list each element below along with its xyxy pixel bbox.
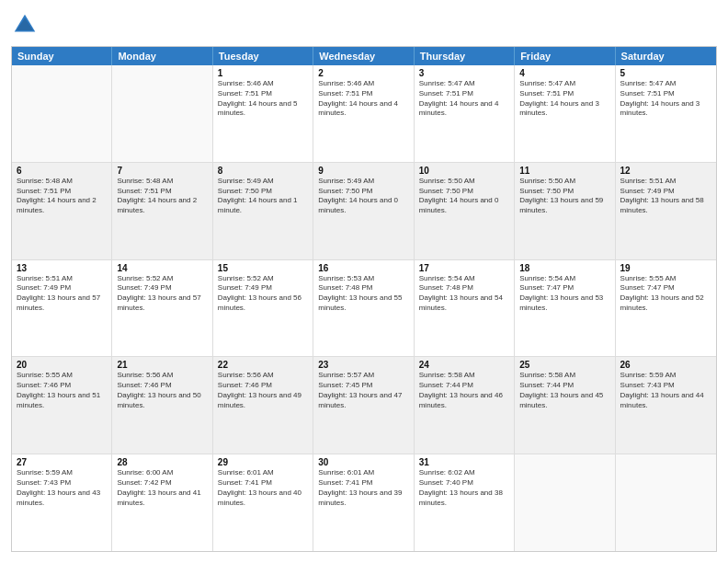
cell-info: Sunrise: 5:46 AM Sunset: 7:51 PM Dayligh…: [318, 79, 408, 119]
calendar-cell-1-2: 8Sunrise: 5:49 AM Sunset: 7:50 PM Daylig…: [213, 163, 313, 259]
day-number: 25: [519, 360, 609, 370]
cell-info: Sunrise: 5:50 AM Sunset: 7:50 PM Dayligh…: [419, 177, 509, 216]
calendar-row-0: 1Sunrise: 5:46 AM Sunset: 7:51 PM Daylig…: [12, 65, 716, 163]
calendar-cell-0-1: [112, 65, 212, 162]
calendar-cell-4-6: [616, 454, 716, 551]
day-number: 8: [218, 166, 308, 176]
weekday-header-monday: Monday: [112, 47, 212, 65]
calendar-cell-4-4: 31Sunrise: 6:02 AM Sunset: 7:40 PM Dayli…: [415, 454, 515, 551]
day-number: 9: [318, 166, 408, 176]
cell-info: Sunrise: 5:48 AM Sunset: 7:51 PM Dayligh…: [17, 177, 107, 216]
cell-info: Sunrise: 5:46 AM Sunset: 7:51 PM Dayligh…: [218, 79, 308, 119]
day-number: 29: [218, 457, 308, 467]
calendar-cell-1-6: 12Sunrise: 5:51 AM Sunset: 7:49 PM Dayli…: [616, 163, 716, 259]
day-number: 11: [519, 166, 609, 176]
cell-info: Sunrise: 5:54 AM Sunset: 7:48 PM Dayligh…: [419, 274, 509, 314]
calendar-row-3: 20Sunrise: 5:55 AM Sunset: 7:46 PM Dayli…: [12, 357, 716, 454]
cell-info: Sunrise: 5:51 AM Sunset: 7:49 PM Dayligh…: [17, 274, 107, 314]
calendar-cell-4-1: 28Sunrise: 6:00 AM Sunset: 7:42 PM Dayli…: [112, 454, 212, 551]
calendar-cell-3-5: 25Sunrise: 5:58 AM Sunset: 7:44 PM Dayli…: [515, 357, 615, 454]
cell-info: Sunrise: 5:49 AM Sunset: 7:50 PM Dayligh…: [318, 177, 408, 216]
cell-info: Sunrise: 5:55 AM Sunset: 7:46 PM Dayligh…: [17, 371, 107, 410]
cell-info: Sunrise: 6:01 AM Sunset: 7:41 PM Dayligh…: [218, 468, 308, 508]
cell-info: Sunrise: 5:58 AM Sunset: 7:44 PM Dayligh…: [519, 371, 609, 410]
cell-info: Sunrise: 5:59 AM Sunset: 7:43 PM Dayligh…: [17, 468, 107, 508]
cell-info: Sunrise: 5:47 AM Sunset: 7:51 PM Dayligh…: [419, 79, 509, 119]
day-number: 17: [419, 263, 509, 273]
calendar-cell-0-5: 4Sunrise: 5:47 AM Sunset: 7:51 PM Daylig…: [515, 65, 615, 162]
cell-info: Sunrise: 5:57 AM Sunset: 7:45 PM Dayligh…: [318, 371, 408, 410]
calendar-cell-0-3: 2Sunrise: 5:46 AM Sunset: 7:51 PM Daylig…: [313, 65, 414, 162]
cell-info: Sunrise: 5:56 AM Sunset: 7:46 PM Dayligh…: [218, 371, 308, 410]
day-number: 30: [318, 457, 408, 467]
cell-info: Sunrise: 5:51 AM Sunset: 7:49 PM Dayligh…: [620, 177, 711, 216]
calendar-cell-0-2: 1Sunrise: 5:46 AM Sunset: 7:51 PM Daylig…: [213, 65, 313, 162]
calendar-cell-3-0: 20Sunrise: 5:55 AM Sunset: 7:46 PM Dayli…: [12, 357, 112, 454]
calendar-row-4: 27Sunrise: 5:59 AM Sunset: 7:43 PM Dayli…: [12, 454, 716, 551]
day-number: 23: [318, 360, 408, 370]
calendar-cell-3-6: 26Sunrise: 5:59 AM Sunset: 7:43 PM Dayli…: [616, 357, 716, 454]
day-number: 21: [117, 360, 207, 370]
cell-info: Sunrise: 5:49 AM Sunset: 7:50 PM Dayligh…: [218, 177, 308, 216]
cell-info: Sunrise: 6:01 AM Sunset: 7:41 PM Dayligh…: [318, 468, 408, 508]
calendar-cell-1-4: 10Sunrise: 5:50 AM Sunset: 7:50 PM Dayli…: [415, 163, 515, 259]
calendar-cell-4-2: 29Sunrise: 6:01 AM Sunset: 7:41 PM Dayli…: [213, 454, 313, 551]
calendar-cell-3-4: 24Sunrise: 5:58 AM Sunset: 7:44 PM Dayli…: [415, 357, 515, 454]
cell-info: Sunrise: 5:55 AM Sunset: 7:47 PM Dayligh…: [620, 274, 711, 314]
calendar-cell-0-0: [12, 65, 112, 162]
calendar-cell-4-5: [515, 454, 615, 551]
cell-info: Sunrise: 5:52 AM Sunset: 7:49 PM Dayligh…: [218, 274, 308, 314]
day-number: 14: [117, 263, 207, 273]
calendar-cell-0-4: 3Sunrise: 5:47 AM Sunset: 7:51 PM Daylig…: [415, 65, 515, 162]
day-number: 20: [17, 360, 107, 370]
day-number: 19: [620, 263, 711, 273]
day-number: 10: [419, 166, 509, 176]
weekday-header-friday: Friday: [515, 47, 615, 65]
calendar-cell-0-6: 5Sunrise: 5:47 AM Sunset: 7:51 PM Daylig…: [616, 65, 716, 162]
day-number: 3: [419, 68, 509, 78]
calendar-cell-2-3: 16Sunrise: 5:53 AM Sunset: 7:48 PM Dayli…: [313, 260, 414, 357]
calendar-body: 1Sunrise: 5:46 AM Sunset: 7:51 PM Daylig…: [12, 65, 716, 551]
calendar-cell-4-0: 27Sunrise: 5:59 AM Sunset: 7:43 PM Dayli…: [12, 454, 112, 551]
cell-info: Sunrise: 5:54 AM Sunset: 7:47 PM Dayligh…: [519, 274, 609, 314]
cell-info: Sunrise: 5:47 AM Sunset: 7:51 PM Dayligh…: [519, 79, 609, 119]
calendar-cell-1-5: 11Sunrise: 5:50 AM Sunset: 7:50 PM Dayli…: [515, 163, 615, 259]
day-number: 18: [519, 263, 609, 273]
calendar-cell-4-3: 30Sunrise: 6:01 AM Sunset: 7:41 PM Dayli…: [313, 454, 414, 551]
day-number: 31: [419, 457, 509, 467]
calendar-cell-1-1: 7Sunrise: 5:48 AM Sunset: 7:51 PM Daylig…: [112, 163, 212, 259]
day-number: 26: [620, 360, 711, 370]
calendar-row-1: 6Sunrise: 5:48 AM Sunset: 7:51 PM Daylig…: [12, 163, 716, 260]
day-number: 7: [117, 166, 207, 176]
day-number: 28: [117, 457, 207, 467]
calendar-cell-2-0: 13Sunrise: 5:51 AM Sunset: 7:49 PM Dayli…: [12, 260, 112, 357]
calendar-cell-2-6: 19Sunrise: 5:55 AM Sunset: 7:47 PM Dayli…: [616, 260, 716, 357]
calendar-cell-3-1: 21Sunrise: 5:56 AM Sunset: 7:46 PM Dayli…: [112, 357, 212, 454]
day-number: 5: [620, 68, 711, 78]
cell-info: Sunrise: 5:53 AM Sunset: 7:48 PM Dayligh…: [318, 274, 408, 314]
calendar: SundayMondayTuesdayWednesdayThursdayFrid…: [11, 46, 717, 552]
cell-info: Sunrise: 5:50 AM Sunset: 7:50 PM Dayligh…: [519, 177, 609, 216]
day-number: 6: [17, 166, 107, 176]
day-number: 16: [318, 263, 408, 273]
calendar-cell-2-5: 18Sunrise: 5:54 AM Sunset: 7:47 PM Dayli…: [515, 260, 615, 357]
calendar-cell-1-0: 6Sunrise: 5:48 AM Sunset: 7:51 PM Daylig…: [12, 163, 112, 259]
calendar-row-2: 13Sunrise: 5:51 AM Sunset: 7:49 PM Dayli…: [12, 260, 716, 358]
day-number: 24: [419, 360, 509, 370]
cell-info: Sunrise: 5:48 AM Sunset: 7:51 PM Dayligh…: [117, 177, 207, 216]
logo: [11, 11, 42, 39]
calendar-cell-2-2: 15Sunrise: 5:52 AM Sunset: 7:49 PM Dayli…: [213, 260, 313, 357]
header: [11, 11, 717, 39]
cell-info: Sunrise: 5:56 AM Sunset: 7:46 PM Dayligh…: [117, 371, 207, 410]
day-number: 4: [519, 68, 609, 78]
day-number: 2: [318, 68, 408, 78]
calendar-cell-1-3: 9Sunrise: 5:49 AM Sunset: 7:50 PM Daylig…: [313, 163, 414, 259]
calendar-cell-3-2: 22Sunrise: 5:56 AM Sunset: 7:46 PM Dayli…: [213, 357, 313, 454]
weekday-header-saturday: Saturday: [616, 47, 716, 65]
cell-info: Sunrise: 5:59 AM Sunset: 7:43 PM Dayligh…: [620, 371, 711, 410]
day-number: 1: [218, 68, 308, 78]
cell-info: Sunrise: 5:47 AM Sunset: 7:51 PM Dayligh…: [620, 79, 711, 119]
day-number: 15: [218, 263, 308, 273]
day-number: 12: [620, 166, 711, 176]
calendar-header: SundayMondayTuesdayWednesdayThursdayFrid…: [12, 47, 716, 65]
